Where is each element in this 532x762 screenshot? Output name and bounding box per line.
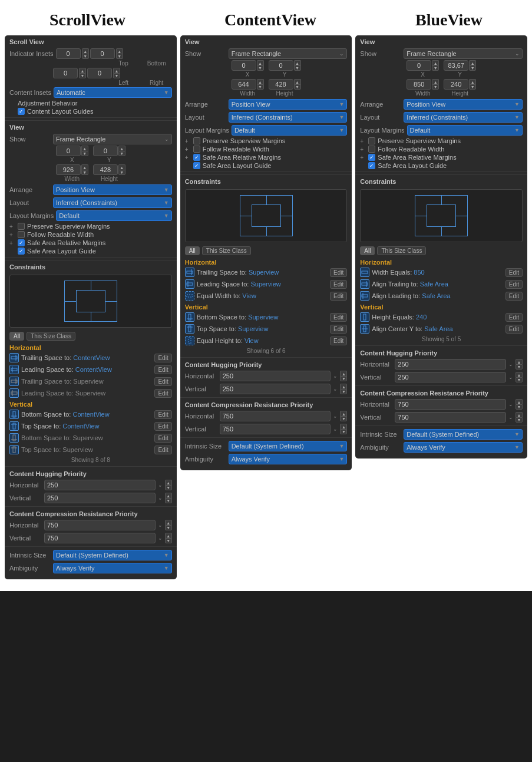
width-stepper[interactable]: ▲▼ — [81, 164, 88, 175]
cv-vert-compression-field[interactable]: 750 — [220, 424, 331, 434]
cv-width-field[interactable] — [232, 79, 256, 90]
edit-btn-3[interactable]: Edit — [154, 377, 171, 386]
vert-compression-field[interactable]: 750 — [44, 533, 156, 543]
indicator-left-stepper[interactable]: ▲▼ — [79, 68, 86, 78]
edit-btn-5[interactable]: Edit — [154, 410, 171, 419]
bv-height-stepper[interactable]: ▲▼ — [469, 79, 476, 90]
preserve-superview-row[interactable]: + Preserve Superview Margins — [5, 222, 177, 230]
bv-vert-comp-stepper[interactable]: ▲▼ — [516, 412, 523, 423]
cv-horiz-hugging-field[interactable]: 250 — [220, 371, 331, 381]
cv-vert-stepper[interactable]: ▲▼ — [340, 384, 347, 394]
follow-readable-row[interactable]: + Follow Readable Width — [5, 230, 177, 239]
cv-edit-v1[interactable]: Edit — [330, 313, 347, 322]
cv-horiz-comp-stepper[interactable]: ▲▼ — [340, 411, 347, 421]
x-field[interactable] — [56, 146, 81, 156]
cv-safe-area-relative-row[interactable]: + Safe Area Relative Margins — [180, 153, 352, 161]
bv-horiz-hugging-field[interactable]: 250 — [395, 359, 506, 370]
indicator-right-field[interactable]: 0 — [87, 68, 112, 78]
cv-horiz-stepper[interactable]: ▲▼ — [340, 371, 347, 381]
ambiguity-dropdown[interactable]: Always Verify ▼ — [53, 563, 172, 573]
size-class-tab[interactable]: This Size Class — [27, 332, 75, 341]
cv-edit-v3[interactable]: Edit — [330, 337, 347, 345]
intrinsic-size-dropdown[interactable]: Default (System Defined) ▼ — [53, 550, 172, 560]
bv-vert-hugging-field[interactable]: 250 — [395, 372, 506, 382]
horiz-compression-field[interactable]: 750 — [44, 520, 156, 530]
cv-edit-h1[interactable]: Edit — [330, 268, 347, 277]
cv-height-stepper[interactable]: ▲▼ — [294, 79, 301, 90]
indicator-top-stepper[interactable]: ▲▼ — [82, 48, 89, 59]
bv-horiz-stepper[interactable]: ▲▼ — [516, 359, 523, 370]
cv-y-field[interactable] — [269, 60, 293, 71]
cv-safe-area-layout-checkbox[interactable] — [193, 162, 200, 169]
follow-readable-checkbox[interactable] — [18, 231, 25, 238]
vert-hugging-stepper[interactable]: ▲▼ — [165, 493, 172, 503]
layout-dropdown[interactable]: Inferred (Constraints) ▼ — [53, 197, 172, 208]
bv-safe-area-layout-row[interactable]: Safe Area Layout Guide — [355, 161, 527, 170]
bv-width-stepper[interactable]: ▲▼ — [432, 79, 439, 90]
cv-arrange-dropdown[interactable]: Position View ▼ — [229, 99, 348, 110]
bv-edit-v1[interactable]: Edit — [505, 313, 523, 322]
cv-edit-h3[interactable]: Edit — [330, 292, 347, 301]
layout-margins-dropdown[interactable]: Default ▼ — [56, 210, 171, 221]
bv-all-tab[interactable]: All — [360, 246, 375, 255]
cv-edit-v2[interactable]: Edit — [330, 325, 347, 334]
y-stepper[interactable]: ▲▼ — [118, 146, 125, 156]
height-stepper[interactable]: ▲▼ — [118, 164, 125, 175]
content-layout-guides-row[interactable]: Content Layout Guides — [5, 107, 177, 116]
indicator-top-field[interactable]: 0 — [56, 48, 81, 59]
bv-edit-v2[interactable]: Edit — [505, 325, 523, 334]
safe-area-relative-checkbox[interactable] — [18, 239, 25, 246]
y-field[interactable] — [93, 146, 118, 156]
bv-edit-h3[interactable]: Edit — [505, 292, 523, 301]
cv-height-field[interactable] — [269, 79, 293, 90]
arrange-dropdown[interactable]: Position View ▼ — [53, 184, 172, 195]
cv-all-tab[interactable]: All — [185, 246, 200, 255]
cv-follow-row[interactable]: + Follow Readable Width — [180, 145, 352, 153]
all-tab[interactable]: All — [9, 332, 24, 341]
bv-safe-area-relative-row[interactable]: + Safe Area Relative Margins — [355, 153, 527, 161]
safe-area-relative-row[interactable]: + Safe Area Relative Margins — [5, 239, 177, 247]
bv-layout-margins-dropdown[interactable]: Default ▼ — [407, 125, 523, 136]
cv-y-stepper[interactable]: ▲▼ — [294, 60, 301, 71]
bv-x-stepper[interactable]: ▲▼ — [432, 60, 439, 71]
bv-y-stepper[interactable]: ▲▼ — [469, 60, 476, 71]
cv-edit-h2[interactable]: Edit — [330, 280, 347, 289]
cv-size-class-tab[interactable]: This Size Class — [202, 246, 251, 255]
cv-layout-margins-dropdown[interactable]: Default ▼ — [232, 125, 347, 136]
edit-btn-7[interactable]: Edit — [154, 434, 171, 443]
bv-horiz-compression-field[interactable]: 750 — [395, 399, 506, 410]
horiz-hugging-field[interactable]: 250 — [44, 480, 156, 490]
cv-vert-hugging-field[interactable]: 250 — [220, 384, 331, 394]
horiz-hugging-stepper[interactable]: ▲▼ — [165, 480, 172, 490]
bv-safe-area-relative-checkbox[interactable] — [368, 154, 375, 161]
bv-vert-compression-field[interactable]: 750 — [395, 412, 506, 423]
cv-show-dropdown[interactable]: Frame Rectangle ⌄ — [229, 48, 348, 59]
show-dropdown[interactable]: Frame Rectangle ⌄ — [53, 134, 172, 144]
bv-horiz-comp-stepper[interactable]: ▲▼ — [516, 399, 523, 410]
cv-safe-area-relative-checkbox[interactable] — [193, 154, 200, 161]
bv-arrange-dropdown[interactable]: Position View ▼ — [404, 99, 523, 110]
cv-intrinsic-dropdown[interactable]: Default (System Defined) ▼ — [229, 441, 348, 451]
vert-hugging-field[interactable]: 250 — [44, 493, 156, 503]
cv-layout-dropdown[interactable]: Inferred (Constraints) ▼ — [229, 112, 348, 123]
cv-x-field[interactable] — [232, 60, 256, 71]
safe-area-layout-row[interactable]: Safe Area Layout Guide — [5, 247, 177, 255]
cv-ambiguity-dropdown[interactable]: Always Verify ▼ — [229, 454, 348, 464]
bv-preserve-row[interactable]: + Preserve Superview Margins — [355, 137, 527, 145]
bv-intrinsic-dropdown[interactable]: Default (System Defined) ▼ — [404, 429, 523, 440]
cv-follow-checkbox[interactable] — [193, 146, 200, 153]
bv-show-dropdown[interactable]: Frame Rectangle ⌄ — [404, 48, 523, 59]
bv-vert-stepper[interactable]: ▲▼ — [516, 372, 523, 382]
height-field[interactable] — [93, 164, 118, 175]
bv-preserve-checkbox[interactable] — [368, 137, 375, 144]
bv-ambiguity-dropdown[interactable]: Always Verify ▼ — [404, 442, 523, 453]
content-layout-guides-checkbox[interactable] — [18, 108, 25, 115]
bv-edit-h1[interactable]: Edit — [505, 268, 523, 277]
edit-btn-8[interactable]: Edit — [154, 446, 171, 454]
vert-compression-stepper[interactable]: ▲▼ — [165, 533, 172, 543]
cv-x-stepper[interactable]: ▲▼ — [257, 60, 264, 71]
cv-width-stepper[interactable]: ▲▼ — [257, 79, 264, 90]
bv-safe-area-layout-checkbox[interactable] — [368, 162, 375, 169]
indicator-bottom-field[interactable]: 0 — [90, 48, 115, 59]
cv-preserve-checkbox[interactable] — [193, 137, 200, 144]
